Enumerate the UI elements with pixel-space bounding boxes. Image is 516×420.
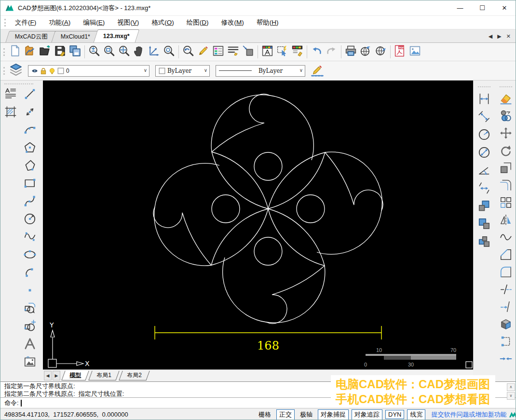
text-style-button[interactable] [260,44,275,59]
tab-mxcad-cloud[interactable]: MxCAD云图 [5,31,57,42]
offset-button[interactable] [498,178,514,193]
menu-file[interactable]: 文件(F) [9,18,42,27]
toggle-lineweight[interactable]: 线宽 [407,409,425,420]
arc-open-button[interactable] [22,266,38,281]
tab-123-mxg[interactable]: 123.mxg* [94,29,140,42]
maximize-button[interactable]: ☐ [471,0,493,16]
zoom-window-button[interactable] [102,44,117,59]
quick-select-button[interactable] [275,44,290,59]
toggle-ortho[interactable]: 正交 [276,409,295,420]
scroll-down-icon[interactable]: ∨ [507,392,515,400]
layers-button[interactable] [8,63,24,79]
layer-manager-button[interactable] [211,44,226,59]
undo-button[interactable] [309,44,324,59]
web-open-button[interactable] [373,44,388,59]
explode-button[interactable] [498,317,514,332]
spline-button[interactable] [22,194,38,210]
stretch-button[interactable] [498,335,514,350]
new-file-button[interactable] [8,44,23,59]
menu-view[interactable]: 视图(V) [111,18,145,27]
break-button[interactable] [498,283,514,298]
layout-scroll-right-icon[interactable]: ▶ [53,371,60,380]
web-publish-button[interactable] [358,44,373,59]
zoom-all-button[interactable] [117,44,132,59]
layer-combo-chevron-down-icon[interactable]: ∨ [144,68,147,73]
trim-button[interactable] [498,300,514,315]
rectangle-button[interactable] [22,176,38,192]
dim-aligned-button[interactable] [476,110,492,125]
toggle-grid[interactable]: 栅格 [256,410,273,420]
arc-button[interactable] [22,123,38,138]
draworder-mixed-button[interactable] [476,235,492,250]
hatch-button[interactable] [2,105,19,121]
export-pdf-button[interactable]: PDF [393,44,407,59]
erase-button[interactable] [498,92,514,107]
match-properties-button[interactable] [290,44,305,59]
tab-scroll-right-icon[interactable]: ▶ [497,33,501,40]
zoom-center-button[interactable] [162,44,177,59]
mirror-button[interactable] [498,213,514,228]
dim-linear-button[interactable] [476,92,492,107]
zoom-dynamic-button[interactable] [147,44,162,59]
drawing-canvas[interactable]: 168 10 70 0 30 Y X [43,81,473,369]
tab-close-icon[interactable]: ✕ [506,33,511,40]
pencil-button[interactable] [196,44,211,59]
tab-layout1[interactable]: 布局1 [88,371,119,380]
polygon-irregular-button[interactable] [22,159,38,174]
menu-help[interactable]: 帮助(H) [250,18,285,27]
draw-color-button[interactable] [309,63,326,79]
save-button[interactable] [53,44,68,59]
tab-mxcloud1[interactable]: MxCloud1* [51,31,100,42]
ellipse-button[interactable] [22,248,38,263]
print-button[interactable] [343,44,358,59]
image-ref-button[interactable] [22,355,38,370]
wave-button[interactable] [22,230,38,245]
minimize-button[interactable]: — [449,0,471,16]
circle-button[interactable] [22,212,38,228]
menu-edit[interactable]: 编辑(E) [77,18,111,27]
block-create-button[interactable] [22,319,38,335]
layer-combo[interactable]: 0 ∨ [28,65,149,77]
linetype-combo[interactable]: ByLayer ∨ [216,65,305,77]
layout-scroll-left-icon[interactable]: ◀ [44,371,52,380]
join-button[interactable] [498,352,514,367]
move-button[interactable] [498,126,514,141]
toggle-osnap[interactable]: 对象捕捉 [318,409,349,420]
rotate-button[interactable] [498,144,514,159]
line-button[interactable] [22,87,38,103]
tab-scroll-left-icon[interactable]: ◀ [489,33,492,40]
open-folder-button[interactable] [38,44,53,59]
menu-modify[interactable]: 修改(M) [215,18,250,27]
zoom-previous-button[interactable] [181,44,196,59]
point-button[interactable] [22,284,38,299]
array-button[interactable] [498,196,514,211]
scroll-up-icon[interactable]: ∧ [507,383,515,391]
color-combo[interactable]: ByLayer ∨ [155,65,210,77]
polygon-button[interactable] [22,141,38,156]
spline-edit-button[interactable] [498,230,514,245]
draworder-back-button[interactable] [476,217,492,232]
scale-tool-button[interactable] [241,44,256,59]
tab-model[interactable]: 模型 [61,371,89,380]
menu-function[interactable]: 功能(A) [42,18,77,27]
toggle-polar[interactable]: 极轴 [298,410,315,420]
text-button[interactable] [22,337,38,352]
feedback-link[interactable]: 提交软件问题或增加新功能 [431,410,506,419]
insert-image-button[interactable] [407,44,422,59]
dim-distance-button[interactable] [476,181,492,196]
text-multi-button[interactable] [2,87,19,103]
dim-angular-button[interactable] [476,163,492,178]
fillet-button[interactable] [498,265,514,280]
color-combo-chevron-down-icon[interactable]: ∨ [204,68,207,73]
menu-format[interactable]: 格式(O) [145,18,180,27]
zoom-inout-button[interactable] [87,44,102,59]
block-insert-button[interactable] [22,301,38,317]
linetype-combo-chevron-down-icon[interactable]: ∨ [299,68,303,73]
copy-button[interactable] [498,109,514,124]
save-as-button[interactable] [68,44,82,59]
tab-layout2[interactable]: 布局2 [119,371,149,380]
polyline-button[interactable] [22,105,38,121]
dim-radius-button[interactable] [476,128,492,143]
redo-button[interactable] [324,44,339,59]
toggle-dyn[interactable]: DYN [385,410,404,419]
